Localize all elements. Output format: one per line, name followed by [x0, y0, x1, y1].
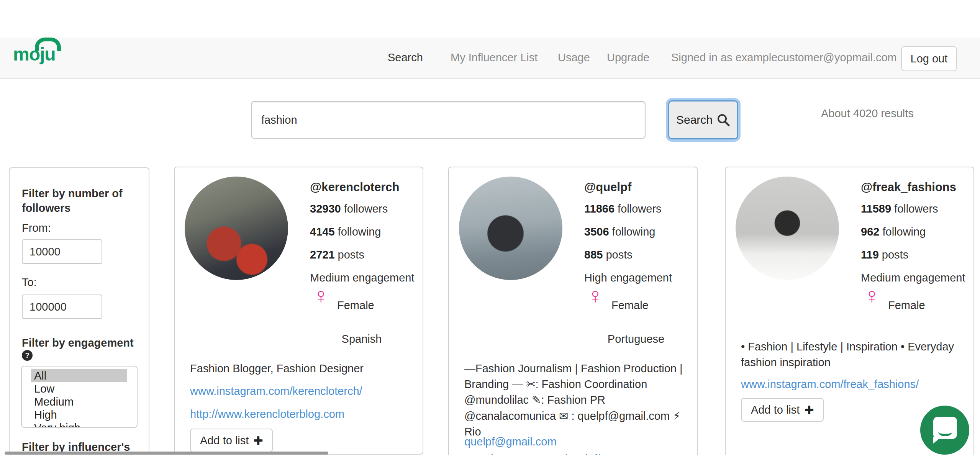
posts-label: posts: [338, 249, 364, 261]
following-label: following: [338, 226, 381, 238]
moju-logo-arc-icon: [35, 38, 61, 51]
posts-count: 2721: [310, 249, 335, 261]
username: @freak_fashions: [861, 180, 956, 194]
filter-followers-title: Filter by number of followers: [22, 187, 137, 215]
gender-label: Female: [611, 299, 649, 312]
moju-logo[interactable]: moju: [13, 44, 56, 65]
influencer-card: @kerencloterch 32930 followers 4145 foll…: [174, 167, 423, 455]
add-to-list-label: Add to list: [200, 434, 249, 447]
followers-label: followers: [618, 203, 661, 215]
plus-icon: ✚: [804, 403, 814, 417]
posts-label: posts: [606, 249, 632, 261]
search-icon: [716, 113, 730, 127]
username: @quelpf: [584, 180, 631, 194]
search-input[interactable]: [251, 101, 646, 139]
signed-in-text: Signed in as examplecustomer@yopmail.com: [671, 51, 897, 64]
profile-photo: [736, 177, 839, 280]
add-to-list-button[interactable]: Add to list ✚: [190, 429, 273, 452]
followers-from-input[interactable]: [22, 239, 102, 264]
filter-engagement-title: Filter by engagement: [22, 336, 148, 350]
female-icon: ♀: [587, 285, 604, 307]
posts-count: 885: [584, 249, 603, 261]
followers-label: followers: [344, 203, 388, 215]
female-icon: ♀: [313, 285, 329, 307]
posts-stat: 119 posts: [861, 249, 908, 261]
following-stat: 4145 following: [310, 226, 381, 238]
engagement-level: High engagement: [584, 272, 672, 284]
following-count: 3506: [584, 226, 609, 238]
profile-photo: [185, 177, 288, 280]
followers-count: 11866: [584, 203, 615, 215]
filter-panel: Filter by number of followers From: To: …: [9, 167, 149, 455]
email-link[interactable]: quelpf@gmail.com: [464, 435, 557, 448]
search-button[interactable]: Search: [668, 100, 738, 139]
followers-count: 11589: [861, 203, 891, 215]
bio-text: —Fashion Journalism | Fashion Production…: [464, 361, 688, 440]
followers-stat: 11589 followers: [861, 203, 938, 215]
engagement-option-medium[interactable]: Medium: [31, 395, 127, 408]
posts-stat: 885 posts: [584, 249, 633, 261]
following-label: following: [882, 226, 926, 238]
nav-item-search[interactable]: Search: [388, 51, 423, 64]
following-stat: 3506 following: [584, 226, 655, 238]
chat-bubble-tail: [933, 437, 941, 444]
add-to-list-label: Add to list: [751, 404, 800, 416]
followers-stat: 11866 followers: [584, 203, 662, 215]
horizontal-scrollbar[interactable]: [5, 452, 328, 455]
female-icon: ♀: [864, 285, 880, 307]
engagement-option-all[interactable]: All: [31, 369, 127, 382]
instagram-link[interactable]: www.instagram.com/kerencloterch/: [190, 385, 362, 398]
engagement-option-high[interactable]: High: [31, 408, 127, 421]
results-count: About 4020 results: [821, 107, 914, 120]
website-link[interactable]: http://www.kerencloterblog.com: [190, 408, 344, 421]
navbar: moju Search My Influencer List Usage Upg…: [0, 38, 980, 79]
engagement-listbox[interactable]: All Low Medium High Very high: [21, 366, 138, 428]
following-stat: 962 following: [861, 226, 926, 238]
chat-smile-icon: [938, 428, 952, 436]
posts-label: posts: [882, 249, 908, 261]
username: @kerencloterch: [310, 180, 400, 194]
filter-from-label: From:: [22, 222, 51, 234]
add-to-list-button[interactable]: Add to list ✚: [741, 398, 824, 422]
plus-icon: ✚: [253, 434, 263, 447]
logout-button[interactable]: Log out: [901, 46, 957, 71]
followers-label: followers: [894, 203, 938, 215]
engagement-option-very-high[interactable]: Very high: [31, 421, 127, 428]
help-icon[interactable]: ?: [22, 350, 33, 361]
followers-count: 32930: [310, 203, 341, 215]
nav-item-my-influencer-list[interactable]: My Influencer List: [451, 51, 538, 64]
gender-label: Female: [888, 299, 925, 312]
bio-text: • Fashion | Lifestyle | Inspiration • Ev…: [741, 339, 965, 370]
gender-label: Female: [337, 299, 374, 312]
bio-text: Fashion Blogger, Fashion Designer: [190, 361, 414, 376]
profile-photo: [459, 177, 562, 280]
engagement-option-low[interactable]: Low: [31, 382, 127, 395]
nav-item-upgrade[interactable]: Upgrade: [607, 51, 649, 64]
influencer-card: @quelpf 11866 followers 3506 following 8…: [448, 167, 698, 455]
app-viewport: moju Search My Influencer List Usage Upg…: [0, 0, 980, 455]
following-count: 962: [861, 226, 879, 238]
chat-launcher-button[interactable]: [920, 406, 969, 455]
engagement-level: Medium engagement: [861, 272, 965, 284]
filter-to-label: To:: [22, 276, 37, 289]
posts-stat: 2721 posts: [310, 249, 364, 261]
followers-to-input[interactable]: [22, 295, 102, 319]
language-label: Spanish: [310, 333, 413, 345]
instagram-link[interactable]: www.instagram.com/freak_fashions/: [741, 378, 919, 391]
instagram-link[interactable]: www.instagram.com/quelpf/: [464, 453, 600, 455]
posts-count: 119: [861, 249, 879, 261]
following-count: 4145: [310, 226, 335, 238]
followers-stat: 32930 followers: [310, 203, 388, 215]
engagement-level: Medium engagement: [310, 272, 414, 284]
following-label: following: [612, 226, 656, 238]
search-button-label: Search: [676, 113, 713, 126]
language-label: Portuguese: [584, 333, 688, 345]
nav-item-usage[interactable]: Usage: [558, 51, 590, 64]
